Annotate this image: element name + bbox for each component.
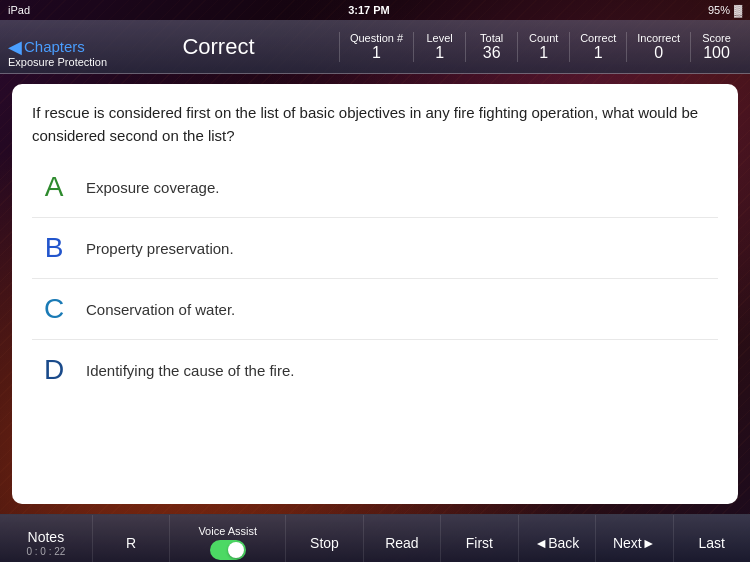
answer-d-text: Identifying the cause of the fire. bbox=[86, 362, 294, 379]
stop-button[interactable]: Stop bbox=[286, 515, 363, 562]
back-button[interactable]: ◀ Chapters bbox=[8, 36, 98, 58]
stat-total: Total 36 bbox=[465, 32, 517, 62]
last-button[interactable]: Last bbox=[674, 515, 750, 562]
answer-b-letter: B bbox=[32, 232, 76, 264]
status-time: 3:17 PM bbox=[348, 4, 390, 16]
stat-level: Level 1 bbox=[413, 32, 465, 62]
first-label: First bbox=[466, 535, 493, 551]
answer-d-letter: D bbox=[32, 354, 76, 386]
voice-assist-control[interactable]: Voice Assist bbox=[170, 515, 286, 562]
answer-b[interactable]: B Property preservation. bbox=[32, 217, 718, 278]
notes-button[interactable]: Notes 0 : 0 : 22 bbox=[0, 515, 93, 562]
result-label-container: Correct bbox=[98, 34, 339, 60]
answer-a-text: Exposure coverage. bbox=[86, 179, 219, 196]
top-bar: ◀ Chapters Correct Question # 1 Level 1 … bbox=[0, 20, 750, 74]
stat-question-value: 1 bbox=[372, 44, 381, 62]
question-text: If rescue is considered first on the lis… bbox=[32, 102, 718, 147]
status-left: iPad bbox=[8, 4, 30, 16]
stat-incorrect: Incorrect 0 bbox=[626, 32, 690, 62]
stat-score-label: Score bbox=[702, 32, 731, 44]
stat-question: Question # 1 bbox=[339, 32, 413, 62]
stat-count: Count 1 bbox=[517, 32, 569, 62]
next-label: Next► bbox=[613, 535, 656, 551]
stat-count-label: Count bbox=[529, 32, 558, 44]
stat-score: Score 100 bbox=[690, 32, 742, 62]
notes-label: Notes bbox=[28, 529, 65, 545]
answer-b-text: Property preservation. bbox=[86, 240, 234, 257]
stat-count-value: 1 bbox=[539, 44, 548, 62]
r-label: R bbox=[126, 535, 136, 551]
last-label: Last bbox=[699, 535, 725, 551]
battery-label: 95% bbox=[708, 4, 730, 16]
stat-total-label: Total bbox=[480, 32, 503, 44]
stat-level-value: 1 bbox=[435, 44, 444, 62]
question-card: If rescue is considered first on the lis… bbox=[12, 84, 738, 504]
chapter-subtitle: Exposure Protection bbox=[8, 56, 107, 68]
notes-timer: 0 : 0 : 22 bbox=[26, 546, 65, 557]
stat-total-value: 36 bbox=[483, 44, 501, 62]
status-bar: iPad 3:17 PM 95% ▓ bbox=[0, 0, 750, 20]
voice-assist-toggle[interactable] bbox=[210, 540, 246, 560]
answer-c-letter: C bbox=[32, 293, 76, 325]
answer-c[interactable]: C Conservation of water. bbox=[32, 278, 718, 339]
answer-a-letter: A bbox=[32, 171, 76, 203]
correct-result-label: Correct bbox=[182, 34, 254, 59]
read-label: Read bbox=[385, 535, 418, 551]
battery-icon: ▓ bbox=[734, 4, 742, 16]
bottom-toolbar: Notes 0 : 0 : 22 R Voice Assist Stop Rea… bbox=[0, 514, 750, 562]
stat-question-label: Question # bbox=[350, 32, 403, 44]
answer-a[interactable]: A Exposure coverage. bbox=[32, 157, 718, 217]
r-button[interactable]: R bbox=[93, 515, 170, 562]
back-nav-button[interactable]: ◄Back bbox=[519, 515, 596, 562]
stop-label: Stop bbox=[310, 535, 339, 551]
back-chevron-icon: ◀ bbox=[8, 36, 22, 58]
answer-d[interactable]: D Identifying the cause of the fire. bbox=[32, 339, 718, 400]
answers-container: A Exposure coverage. B Property preserva… bbox=[32, 157, 718, 400]
voice-assist-label: Voice Assist bbox=[198, 525, 257, 537]
next-button[interactable]: Next► bbox=[596, 515, 673, 562]
stat-incorrect-label: Incorrect bbox=[637, 32, 680, 44]
stat-correct: Correct 1 bbox=[569, 32, 626, 62]
stat-incorrect-value: 0 bbox=[654, 44, 663, 62]
stat-level-label: Level bbox=[426, 32, 452, 44]
status-right: 95% ▓ bbox=[708, 4, 742, 16]
answer-c-text: Conservation of water. bbox=[86, 301, 235, 318]
read-button[interactable]: Read bbox=[364, 515, 441, 562]
stats-container: Question # 1 Level 1 Total 36 Count 1 Co… bbox=[339, 32, 742, 62]
stat-score-value: 100 bbox=[703, 44, 730, 62]
stat-correct-value: 1 bbox=[594, 44, 603, 62]
stat-correct-label: Correct bbox=[580, 32, 616, 44]
back-nav-label: ◄Back bbox=[534, 535, 579, 551]
device-label: iPad bbox=[8, 4, 30, 16]
chapters-label: Chapters bbox=[24, 38, 85, 55]
first-button[interactable]: First bbox=[441, 515, 518, 562]
